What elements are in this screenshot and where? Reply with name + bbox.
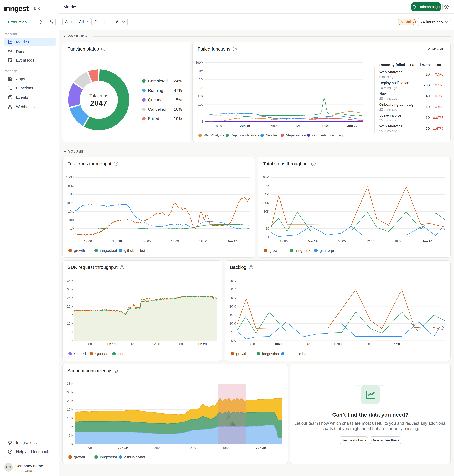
svg-text:18:00: 18:00 — [247, 342, 255, 346]
svg-text:35 K: 35 K — [229, 279, 236, 282]
svg-text:18:00: 18:00 — [84, 446, 92, 449]
svg-text:25 K: 25 K — [229, 296, 236, 300]
svg-text:06:00: 06:00 — [154, 446, 161, 449]
svg-text:06:00: 06:00 — [143, 240, 151, 243]
svg-text:Onboarding campaign: Onboarding campaign — [312, 133, 345, 137]
svg-text:github-pr-bot: github-pr-bot — [287, 352, 307, 356]
svg-text:40: 40 — [426, 94, 430, 98]
svg-text:12:00: 12:00 — [152, 342, 160, 346]
svg-text:inngestbot: inngestbot — [100, 249, 117, 253]
svg-text:06:00: 06:00 — [129, 342, 137, 346]
svg-text:inngestbot: inngestbot — [100, 455, 117, 459]
svg-text:10M: 10M — [263, 184, 269, 188]
svg-text:15%: 15% — [174, 98, 182, 102]
svg-text:5 mins ago: 5 mins ago — [379, 75, 395, 79]
svg-text:Rate: Rate — [435, 63, 443, 67]
svg-text:12:00: 12:00 — [295, 124, 303, 128]
svg-text:Failed: Failed — [148, 116, 159, 121]
svg-text:inngestbot: inngestbot — [262, 352, 279, 356]
svg-text:06:00: 06:00 — [269, 124, 277, 128]
svg-text:18:00: 18:00 — [175, 342, 183, 346]
svg-text:0 K: 0 K — [231, 339, 236, 343]
svg-text:06:00: 06:00 — [305, 342, 313, 346]
svg-text:Cancelled: Cancelled — [148, 107, 166, 112]
svg-text:20 K: 20 K — [67, 408, 73, 411]
svg-text:10%: 10% — [174, 107, 182, 112]
svg-text:100: 100 — [68, 218, 74, 222]
svg-text:10: 10 — [426, 105, 430, 109]
svg-text:30 K: 30 K — [229, 287, 236, 291]
svg-text:github-pr-bot: github-pr-bot — [124, 249, 145, 253]
svg-text:20 K: 20 K — [229, 305, 236, 308]
svg-text:100: 100 — [264, 218, 269, 222]
svg-text:10K: 10K — [68, 210, 74, 213]
svg-text:12:00: 12:00 — [366, 240, 374, 243]
svg-text:10 mins ago: 10 mins ago — [379, 86, 397, 90]
svg-text:10%: 10% — [174, 116, 182, 121]
svg-text:5 K: 5 K — [231, 330, 236, 334]
svg-text:100K: 100K — [66, 201, 74, 205]
svg-text:5 K: 5 K — [69, 434, 73, 437]
svg-text:18:00: 18:00 — [199, 240, 207, 243]
svg-text:10 K: 10 K — [67, 425, 73, 429]
svg-text:1.67%: 1.67% — [433, 126, 443, 131]
svg-text:18:00: 18:00 — [322, 124, 330, 128]
svg-text:100M: 100M — [196, 61, 203, 64]
svg-text:0.3%: 0.3% — [435, 94, 443, 98]
svg-text:growth: growth — [74, 455, 85, 459]
svg-text:Recently failed: Recently failed — [379, 63, 405, 67]
svg-text:10K: 10K — [198, 95, 203, 98]
svg-text:Deploy notifications: Deploy notifications — [231, 133, 259, 137]
svg-text:0.5%: 0.5% — [435, 72, 443, 76]
svg-text:Ended: Ended — [118, 352, 129, 356]
svg-text:Jun 19: Jun 19 — [118, 446, 128, 449]
svg-text:35 K: 35 K — [67, 279, 73, 282]
svg-text:Web Analytics: Web Analytics — [379, 124, 402, 128]
svg-text:18:00: 18:00 — [214, 124, 222, 128]
svg-text:Can’t find the data you need?: Can’t find the data you need? — [332, 412, 409, 418]
svg-text:Total runs: Total runs — [89, 93, 108, 98]
svg-text:New lead: New lead — [266, 133, 280, 137]
svg-text:24%: 24% — [174, 79, 182, 83]
svg-text:New lead: New lead — [379, 92, 395, 96]
svg-text:100M: 100M — [66, 176, 74, 179]
svg-text:06:00: 06:00 — [338, 240, 346, 243]
svg-text:0.5%: 0.5% — [435, 105, 443, 109]
svg-text:1: 1 — [267, 235, 269, 239]
svg-text:0.1%: 0.1% — [435, 83, 443, 87]
svg-text:charts that you might need but: charts that you might need but are curre… — [322, 426, 419, 431]
svg-text:Web Analytics: Web Analytics — [204, 133, 224, 137]
svg-text:15 K: 15 K — [67, 313, 73, 317]
svg-text:22 mins ago: 22 mins ago — [379, 108, 397, 111]
svg-text:10: 10 — [70, 227, 74, 230]
svg-text:10M: 10M — [68, 184, 74, 188]
svg-text:30 K: 30 K — [67, 390, 73, 394]
svg-text:growth: growth — [236, 352, 247, 356]
svg-text:Let our team know which charts: Let our team know which charts are most … — [294, 421, 446, 426]
svg-text:15 K: 15 K — [67, 417, 73, 420]
svg-text:35 mins ago: 35 mins ago — [379, 129, 397, 133]
svg-text:18:00: 18:00 — [84, 342, 92, 346]
svg-text:18:00: 18:00 — [222, 446, 230, 449]
svg-text:18:00: 18:00 — [84, 240, 92, 243]
svg-text:Jun 19: Jun 19 — [274, 342, 284, 346]
svg-text:inngestbot: inngestbot — [295, 249, 312, 253]
svg-text:10 K: 10 K — [67, 322, 73, 325]
svg-text:Running: Running — [148, 88, 163, 93]
svg-text:Queued: Queued — [148, 98, 162, 102]
svg-text:12:00: 12:00 — [188, 446, 196, 449]
svg-text:0 K: 0 K — [69, 442, 73, 446]
svg-text:Failed runs: Failed runs — [410, 63, 430, 67]
svg-text:Jun 19: Jun 19 — [112, 240, 122, 243]
svg-text:30 K: 30 K — [67, 287, 73, 291]
svg-text:0.07%: 0.07% — [433, 116, 443, 120]
svg-text:Jun 19: Jun 19 — [106, 342, 116, 346]
svg-text:25 K: 25 K — [67, 399, 73, 403]
svg-text:Stripe invoice: Stripe invoice — [286, 133, 306, 137]
svg-text:Stripe invoice: Stripe invoice — [379, 113, 401, 117]
svg-text:47%: 47% — [174, 88, 182, 93]
svg-text:1: 1 — [72, 235, 74, 239]
svg-text:18:00: 18:00 — [280, 240, 288, 243]
svg-text:Jun 20: Jun 20 — [347, 124, 357, 128]
svg-text:10M: 10M — [197, 69, 203, 73]
